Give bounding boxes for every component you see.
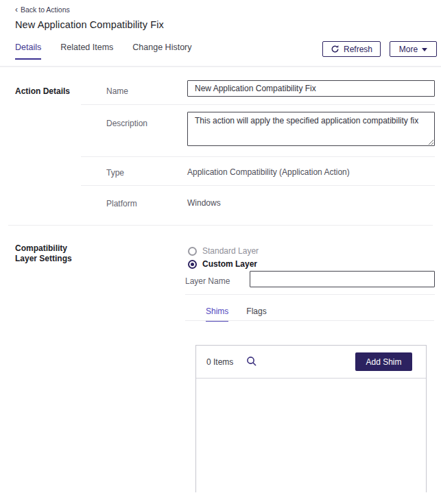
chevron-down-icon	[422, 48, 427, 51]
layer-sub-tab-bar: Shims Flags	[206, 307, 267, 322]
section-divider	[8, 225, 433, 226]
type-field-label: Type	[106, 168, 124, 178]
section-title-line1: Compatibility	[15, 243, 72, 254]
name-field-label: Name	[106, 86, 128, 96]
row-divider	[81, 104, 435, 105]
name-input[interactable]	[187, 80, 435, 97]
more-button[interactable]: More	[390, 41, 437, 57]
tab-flags[interactable]: Flags	[246, 307, 266, 322]
items-count: 0 Items	[206, 357, 233, 367]
shims-panel: 0 Items Add Shim	[195, 345, 427, 492]
platform-field-value: Windows	[187, 198, 221, 208]
description-textarea[interactable]: This action will apply the specified app…	[187, 112, 435, 146]
refresh-button[interactable]: Refresh	[322, 41, 381, 57]
shims-list	[196, 379, 426, 492]
compatibility-layer-section-title: Compatibility Layer Settings	[15, 243, 72, 264]
row-divider	[81, 156, 435, 157]
shims-panel-header: 0 Items Add Shim	[196, 346, 426, 379]
refresh-button-label: Refresh	[344, 45, 372, 54]
refresh-icon	[331, 45, 339, 53]
back-to-actions-link[interactable]: ‹ Back to Actions	[15, 5, 70, 14]
description-field-label: Description	[106, 119, 147, 128]
action-details-section-title: Action Details	[15, 86, 70, 97]
chevron-left-icon: ‹	[15, 6, 18, 13]
tab-change-history[interactable]: Change History	[132, 43, 191, 60]
section-title-line2: Layer Settings	[15, 254, 72, 264]
custom-layer-radio-label: Custom Layer	[202, 259, 257, 269]
row-divider	[81, 185, 435, 186]
add-shim-button[interactable]: Add Shim	[355, 352, 412, 371]
tab-shims[interactable]: Shims	[206, 307, 228, 322]
tab-details[interactable]: Details	[15, 43, 41, 60]
back-link-label: Back to Actions	[21, 5, 70, 14]
page-title: New Application Compatibility Fix	[15, 19, 164, 30]
platform-field-label: Platform	[106, 199, 137, 208]
tab-related-items[interactable]: Related Items	[60, 43, 113, 60]
search-icon[interactable]	[246, 356, 258, 368]
type-field-value: Application Compatibility (Application A…	[187, 167, 350, 177]
custom-layer-radio[interactable]: Custom Layer	[188, 259, 257, 269]
standard-layer-radio-label: Standard Layer	[202, 246, 259, 256]
layer-name-input[interactable]	[250, 271, 435, 287]
standard-layer-radio[interactable]: Standard Layer	[188, 246, 259, 256]
header-divider	[0, 66, 441, 67]
layer-name-field-label: Layer Name	[185, 276, 230, 286]
page: ‹ Back to Actions New Application Compat…	[0, 0, 441, 504]
more-button-label: More	[399, 45, 418, 54]
row-divider	[185, 294, 435, 295]
radio-button-selected-icon	[188, 260, 197, 269]
tab-bar: Details Related Items Change History	[15, 43, 192, 60]
sub-tab-divider	[185, 320, 434, 321]
radio-button-icon	[188, 247, 197, 256]
